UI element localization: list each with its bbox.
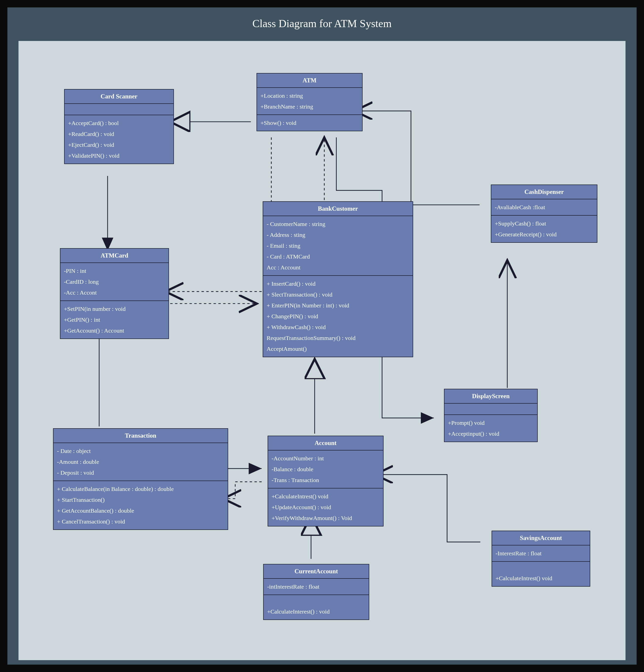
- attr: -Acc : Accont: [64, 287, 165, 298]
- op: + CancelTransaction() : void: [57, 516, 224, 527]
- class-attrs: -PIN : int -CardID : long -Acc : Accont: [60, 263, 169, 301]
- op: +ReadCard() : void: [68, 129, 170, 140]
- class-ops: + CalculateBalance(in Balance : double) …: [53, 481, 228, 529]
- attr: - Date : object: [57, 445, 224, 456]
- class-attrs: -intInterestRate : float: [264, 579, 369, 595]
- class-cash-dispenser: CashDispenser -AvaliableCash :float +Sup…: [491, 184, 597, 243]
- class-attrs: - CustomerName : string - Address : stin…: [263, 216, 413, 276]
- class-name: SavingsAccount: [492, 531, 590, 545]
- attr: -PIN : int: [64, 265, 165, 276]
- op: + EnterPIN(in Number : int) : void: [267, 300, 409, 311]
- op: +Acceptinput() : void: [448, 428, 534, 439]
- op: +Show() : void: [260, 117, 359, 128]
- diagram-canvas: Card Scanner +AcceptCard() : bool +ReadC…: [19, 41, 625, 660]
- class-name: CashDispenser: [491, 185, 597, 199]
- class-ops: +CalculateIntrest() void +UpdateAccount(…: [268, 489, 383, 526]
- class-attrs: - Date : object -Amount : double - Depos…: [53, 443, 228, 481]
- attr: - Deposit : void: [57, 467, 224, 478]
- class-attrs: -InterestRate : float: [492, 545, 590, 562]
- op: AcceptAmount(): [267, 344, 409, 354]
- op: +EjectCard() : void: [68, 140, 170, 150]
- attr: -Balance : double: [271, 464, 380, 475]
- diagram-title: Class Diagram for ATM System: [8, 8, 636, 41]
- op: + CalculateBalance(in Balance : double) …: [57, 483, 224, 494]
- class-ops: + InsertCard() : void + SlectTranssactio…: [263, 276, 413, 357]
- attr: - Card : ATMCard: [267, 251, 409, 262]
- class-bank-customer: BankCustomer - CustomerName : string - A…: [263, 201, 413, 357]
- class-name: Account: [268, 436, 383, 451]
- op: +VerifyWithdrawAmount() : Void: [271, 513, 380, 524]
- attr: -Trans : Transaction: [271, 475, 380, 485]
- op: + InsertCard() : void: [267, 278, 409, 289]
- attr: -Amount : double: [57, 456, 224, 467]
- class-name: BankCustomer: [263, 202, 413, 216]
- attr: - Address : sting: [267, 229, 409, 240]
- diagram-frame: Class Diagram for ATM System: [8, 8, 636, 664]
- class-ops: +Prompt() void +Acceptinput() : void: [445, 415, 537, 442]
- attr: -AccountNumber : int: [271, 453, 380, 464]
- op: +CalculateIntrest() void: [496, 573, 586, 584]
- attr: -intInterestRate : float: [267, 581, 365, 592]
- op: +GetPIN() : int: [64, 314, 165, 325]
- class-ops: +Show() : void: [257, 115, 362, 131]
- class-card-scanner: Card Scanner +AcceptCard() : bool +ReadC…: [64, 89, 174, 164]
- op: +Prompt() void: [448, 417, 534, 428]
- class-transaction: Transaction - Date : object -Amount : do…: [53, 428, 228, 530]
- class-name: CurrentAccount: [264, 564, 369, 579]
- class-ops: +CalculateIntrest() void: [492, 562, 590, 586]
- class-atm-card: ATMCard -PIN : int -CardID : long -Acc :…: [60, 248, 169, 339]
- class-name: ATMCard: [60, 249, 169, 263]
- class-ops: +CalculateInterest() : void: [264, 595, 369, 620]
- op: +ValidatePIN() : void: [68, 150, 170, 161]
- op: +UpdateAccount() : void: [271, 502, 380, 513]
- op: +AcceptCard() : bool: [68, 118, 170, 129]
- class-name: Transaction: [53, 429, 228, 443]
- op: + ChangePIN() : void: [267, 311, 409, 322]
- class-attrs: [445, 404, 537, 415]
- attr: - Email : sting: [267, 240, 409, 251]
- class-display-screen: DisplayScreen +Prompt() void +Acceptinpu…: [444, 389, 538, 442]
- class-name: Card Scanner: [65, 89, 173, 104]
- class-attrs: -AccountNumber : int -Balance : double -…: [268, 451, 383, 489]
- class-attrs: -AvaliableCash :float: [491, 199, 597, 216]
- op: + SlectTranssaction() : void: [267, 289, 409, 300]
- class-attrs: +Location : string +BranchName : string: [257, 88, 362, 115]
- attr: -AvaliableCash :float: [495, 202, 593, 213]
- class-account: Account -AccountNumber : int -Balance : …: [268, 436, 384, 526]
- op: +SupplyCash() : float: [495, 218, 593, 229]
- attr: -InterestRate : float: [496, 548, 586, 559]
- attr: - CustomerName : string: [267, 219, 409, 229]
- op: +GetAccount() : Account: [64, 325, 165, 336]
- attr: Acc : Account: [267, 262, 409, 273]
- op: +GenerateReceipt() : void: [495, 229, 593, 240]
- class-name: ATM: [257, 73, 362, 88]
- attr: -CardID : long: [64, 276, 165, 287]
- class-attrs: [65, 104, 173, 115]
- op: +SetPIN(in number : void: [64, 303, 165, 314]
- class-savings-account: SavingsAccount -InterestRate : float +Ca…: [491, 531, 590, 587]
- class-current-account: CurrentAccount -intInterestRate : float …: [263, 564, 369, 620]
- op: +CalculateInterest() : void: [267, 606, 365, 617]
- class-name: DisplayScreen: [445, 389, 537, 404]
- class-ops: +AcceptCard() : bool +ReadCard() : void …: [65, 115, 173, 164]
- op: + GetAccountBalance() : double: [57, 505, 224, 516]
- class-atm: ATM +Location : string +BranchName : str…: [256, 73, 363, 131]
- op: RequestTransactionSummary() : void: [267, 333, 409, 344]
- op: + WithdrawCash() : void: [267, 322, 409, 333]
- class-ops: +SetPIN(in number : void +GetPIN() : int…: [60, 301, 169, 338]
- op: +CalculateIntrest() void: [271, 491, 380, 502]
- class-ops: +SupplyCash() : float +GenerateReceipt()…: [491, 216, 597, 242]
- attr: +BranchName : string: [260, 101, 359, 112]
- op: + StartTransaction(): [57, 494, 224, 505]
- attr: +Location : string: [260, 90, 359, 101]
